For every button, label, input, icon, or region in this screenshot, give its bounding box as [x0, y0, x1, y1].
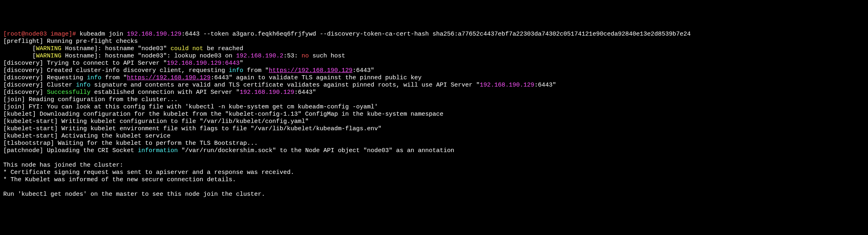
output-line: signature and contents are valid and TLS… [91, 82, 480, 89]
output-line: " [240, 60, 243, 67]
output-line: such host [309, 53, 345, 59]
output-line: :6443" [534, 82, 556, 89]
output-line: [discovery] [3, 89, 47, 96]
output-line: [discovery] Cluster [3, 82, 76, 89]
shell-prompt: [root@node03 image]# [3, 31, 80, 38]
output-line: [patchnode] Uploading the CRI Socket [3, 147, 138, 154]
output-line: [discovery] Trying to connect to API Ser… [3, 60, 167, 67]
output-line: :6443" [352, 67, 374, 74]
output-line: Hostname]: hostname "node03": lookup nod… [61, 53, 236, 59]
success-label: Successfully [47, 89, 91, 96]
command-text: kubeadm join [80, 31, 127, 38]
info-label: info [76, 82, 91, 89]
output-line: Run 'kubectl get nodes' on the master to… [3, 191, 265, 198]
command-text: :6443 --token a3garo.feqkh6eq6frjfywd --… [181, 31, 691, 38]
output-line: [kubelet-start] Writing kubelet configur… [3, 118, 309, 125]
output-line: * The Kubelet was informed of the new se… [3, 176, 236, 183]
output-line: :53: [283, 53, 301, 59]
error-text: could not [171, 45, 203, 52]
terminal-output: [root@node03 image]# kubeadm join 192.16… [3, 31, 865, 198]
output-line: :6443" again to validate TLS against the… [211, 74, 421, 81]
output-line: [tlsbootstrap] Waiting for the kubelet t… [3, 140, 258, 147]
url-text: https://192.168.190.129 [269, 67, 352, 74]
output-line: [kubelet] Downloading configuration for … [3, 111, 443, 118]
output-line: Hostname]: hostname "node03" [61, 45, 171, 52]
output-line: * Certificate signing request was sent t… [3, 169, 294, 176]
output-line: [join] FYI: You can look at this config … [3, 104, 378, 110]
output-line: [discovery] Created cluster-info discove… [3, 67, 229, 74]
ip-address: 192.168.190.129 [480, 82, 534, 89]
output-line: be reached [203, 45, 243, 52]
warning-label: WARNING [36, 53, 61, 59]
output-line: [ [3, 53, 36, 59]
info-label: information [138, 147, 178, 154]
output-line: :6443" [294, 89, 316, 96]
output-line: from " [101, 74, 127, 81]
ip-address: 192.168.190.129 [240, 89, 294, 96]
output-line: [kubelet-start] Activating the kubelet s… [3, 133, 171, 140]
info-label: info [229, 67, 243, 74]
info-label: info [87, 74, 101, 81]
output-line: [preflight] Running pre-flight checks [3, 38, 138, 45]
output-line: established connection with API Server " [91, 89, 240, 96]
ip-address: 192.168.190.129 [127, 31, 181, 38]
ip-address: 192.168.190.2 [236, 53, 283, 59]
error-text: no [301, 53, 309, 59]
output-line: from " [243, 67, 269, 74]
output-line: [kubelet-start] Writing kubelet environm… [3, 125, 381, 132]
output-line: [ [3, 45, 36, 52]
output-line: [join] Reading configuration from the cl… [3, 96, 178, 103]
output-line: [discovery] Requesting [3, 74, 87, 81]
output-line: "/var/run/dockershim.sock" to the Node A… [178, 147, 454, 154]
output-line: This node has joined the cluster: [3, 162, 123, 169]
ip-address: 192.168.190.129:6443 [167, 60, 240, 67]
url-text: https://192.168.190.129 [127, 74, 211, 81]
warning-label: WARNING [36, 45, 61, 52]
